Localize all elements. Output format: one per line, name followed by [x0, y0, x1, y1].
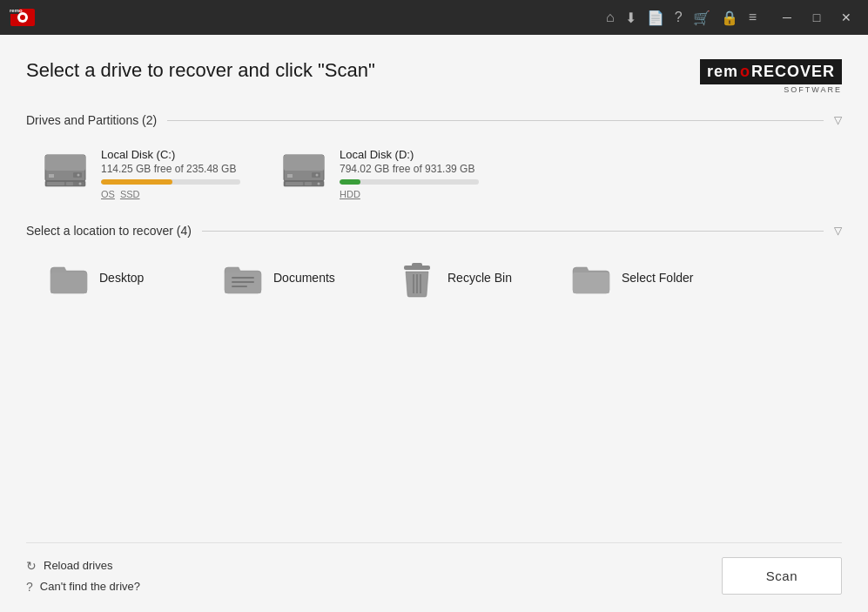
drive-d-name: Local Disk (D:): [340, 148, 479, 161]
maximize-button[interactable]: □: [804, 5, 830, 30]
drive-d-item[interactable]: Local Disk (D:) 794.02 GB free of 931.39…: [273, 141, 486, 206]
menu-icon[interactable]: ≡: [749, 10, 757, 25]
svg-rect-7: [49, 174, 54, 178]
locations-section: Select a location to recover (4) ▽ Deskt…: [26, 224, 842, 304]
svg-rect-26: [232, 281, 254, 283]
svg-text:remo: remo: [10, 8, 23, 13]
remo-text: rem: [707, 63, 738, 81]
main-content: Select a drive to recover and click "Sca…: [0, 35, 868, 612]
drive-c-name: Local Disk (C:): [101, 148, 240, 161]
drive-c-bar-fill: [101, 179, 172, 185]
drive-d-tag-hdd[interactable]: HDD: [340, 189, 360, 199]
question-icon: ?: [26, 580, 33, 594]
cant-find-label: Can't find the drive?: [40, 580, 140, 593]
drive-c-tag-ssd[interactable]: SSD: [120, 189, 140, 199]
recover-text: RECOVER: [751, 63, 835, 81]
help-icon[interactable]: ?: [675, 10, 683, 25]
reload-drives-link[interactable]: ↻ Reload drives: [26, 559, 140, 573]
svg-point-22: [318, 183, 320, 185]
recycle-bin-icon: [397, 260, 437, 295]
window-controls: ─ □ ✕: [774, 5, 859, 30]
locations-section-title: Select a location to recover (4): [26, 224, 192, 238]
locations-collapse-icon[interactable]: ▽: [834, 225, 842, 237]
document-icon[interactable]: 📄: [647, 10, 664, 26]
svg-rect-21: [305, 182, 312, 185]
drive-c-tag-os[interactable]: OS: [101, 189, 115, 199]
home-icon[interactable]: ⌂: [606, 10, 615, 25]
cart-icon[interactable]: 🛒: [693, 10, 710, 26]
location-select-folder[interactable]: Select Folder: [557, 252, 731, 304]
svg-point-9: [77, 174, 80, 177]
drive-d-space: 794.02 GB free of 931.39 GB: [340, 163, 479, 175]
svg-rect-23: [50, 272, 87, 293]
drives-collapse-icon[interactable]: ▽: [834, 114, 842, 126]
drives-grid: Local Disk (C:) 114.25 GB free of 235.48…: [26, 141, 842, 206]
svg-rect-16: [287, 174, 293, 178]
remo-logo-box: rem o RECOVER: [700, 59, 842, 84]
svg-rect-29: [412, 263, 422, 267]
app-logo-icon: remo: [9, 5, 37, 30]
drive-c-item[interactable]: Local Disk (C:) 114.25 GB free of 235.48…: [35, 141, 247, 206]
minimize-button[interactable]: ─: [774, 5, 800, 30]
remo-o-text: o: [740, 63, 750, 81]
drive-c-info: Local Disk (C:) 114.25 GB free of 235.48…: [101, 148, 240, 199]
svg-rect-25: [232, 277, 254, 279]
lock-icon[interactable]: 🔒: [721, 10, 738, 26]
location-desktop[interactable]: Desktop: [35, 252, 209, 304]
drive-d-info: Local Disk (D:) 794.02 GB free of 931.39…: [340, 148, 479, 199]
reload-drives-label: Reload drives: [44, 559, 113, 572]
location-recycle-bin[interactable]: Recycle Bin: [383, 252, 557, 304]
documents-folder-icon: [223, 260, 263, 295]
title-bar: remo ⌂ ⬇ 📄 ? 🛒 🔒 ≡ ─ □ ✕: [0, 0, 868, 35]
drive-c-space: 114.25 GB free of 235.48 GB: [101, 163, 240, 175]
drive-c-bar-bg: [101, 179, 240, 185]
title-bar-left: remo: [9, 5, 37, 30]
location-documents[interactable]: Documents: [209, 252, 383, 304]
locations-section-header: Select a location to recover (4) ▽: [26, 224, 842, 238]
svg-rect-33: [573, 272, 609, 293]
drive-d-tags: HDD: [340, 189, 479, 199]
locations-grid: Desktop Documents: [26, 252, 842, 304]
svg-rect-11: [47, 182, 64, 185]
page-header: Select a drive to recover and click "Sca…: [26, 59, 842, 94]
download-icon[interactable]: ⬇: [625, 10, 636, 26]
svg-rect-15: [284, 155, 324, 171]
drive-d-bar-fill: [340, 179, 360, 185]
svg-rect-6: [45, 155, 85, 171]
footer-left: ↻ Reload drives ? Can't find the drive?: [26, 559, 140, 594]
reload-icon: ↻: [26, 559, 37, 573]
drives-section-line: [167, 120, 824, 121]
drive-c-tags: OS SSD: [101, 189, 240, 199]
documents-label: Documents: [273, 271, 335, 285]
select-folder-icon: [571, 260, 611, 295]
drives-section-title: Drives and Partitions (2): [26, 113, 157, 127]
locations-section-line: [202, 231, 824, 232]
scan-button[interactable]: Scan: [722, 557, 842, 595]
desktop-folder-icon: [49, 260, 89, 295]
svg-rect-20: [286, 182, 303, 185]
desktop-label: Desktop: [99, 271, 144, 285]
svg-point-13: [79, 183, 82, 185]
svg-rect-27: [232, 286, 247, 287]
drive-c-icon: [42, 148, 89, 188]
footer: ↻ Reload drives ? Can't find the drive? …: [26, 542, 842, 595]
close-button[interactable]: ✕: [833, 5, 859, 30]
app-logo: remo: [9, 5, 37, 30]
svg-point-18: [316, 174, 319, 177]
drive-d-icon: [280, 148, 327, 188]
software-label: SOFTWARE: [784, 85, 842, 94]
drive-d-bar-bg: [340, 179, 479, 185]
drives-section: Drives and Partitions (2) ▽: [26, 113, 842, 206]
page-title: Select a drive to recover and click "Sca…: [26, 59, 375, 82]
title-bar-controls: ⌂ ⬇ 📄 ? 🛒 🔒 ≡ ─ □ ✕: [606, 5, 859, 30]
remo-logo: rem o RECOVER SOFTWARE: [700, 59, 842, 94]
select-folder-label: Select Folder: [622, 271, 693, 285]
svg-rect-12: [66, 182, 73, 185]
drives-section-header: Drives and Partitions (2) ▽: [26, 113, 842, 127]
recycle-bin-label: Recycle Bin: [447, 271, 512, 285]
svg-point-2: [20, 15, 25, 20]
cant-find-drive-link[interactable]: ? Can't find the drive?: [26, 580, 140, 594]
